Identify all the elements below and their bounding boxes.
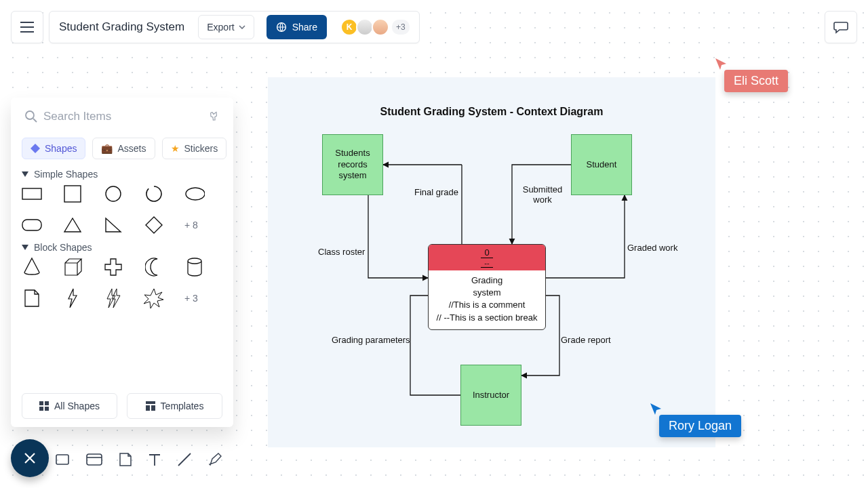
section-block-shapes[interactable]: Block Shapes: [22, 242, 222, 253]
svg-rect-7: [39, 401, 43, 405]
collaborator-avatars[interactable]: K +3: [340, 18, 410, 36]
svg-rect-8: [45, 401, 49, 405]
node-instructor[interactable]: Instructor: [460, 365, 521, 426]
search-icon: [24, 110, 38, 123]
all-shapes-button[interactable]: All Shapes: [22, 393, 117, 419]
node-records[interactable]: Students records system: [322, 134, 383, 195]
share-button[interactable]: Share: [267, 15, 327, 39]
shape-bolt[interactable]: [62, 291, 83, 306]
shape-explosion[interactable]: [144, 291, 164, 306]
hamburger-icon: [20, 22, 34, 33]
process-section: // --This is a section break: [434, 312, 540, 324]
pin-icon[interactable]: [207, 109, 222, 125]
title-bar: Student Grading System Export Share K +3: [49, 11, 420, 43]
panel-tabs: Shapes 💼 Assets ★ Stickers: [22, 138, 222, 159]
svg-point-5: [186, 188, 205, 200]
tab-assets[interactable]: 💼 Assets: [92, 138, 155, 159]
shape-diamond[interactable]: [144, 218, 164, 232]
share-label: Share: [292, 22, 317, 33]
svg-point-1: [26, 111, 34, 119]
grid-icon: [39, 401, 49, 411]
process-comment: //This is a comment: [434, 299, 540, 311]
tab-label: Stickers: [184, 143, 218, 154]
shape-rounded-rect[interactable]: [22, 218, 42, 232]
cursor-eli: Eli Scott: [716, 58, 788, 92]
main-menu-button[interactable]: [11, 11, 43, 43]
chevron-down-icon: [22, 171, 28, 177]
templates-label: Templates: [161, 401, 204, 411]
label-submitted-work: Submitted work: [519, 184, 566, 205]
svg-rect-9: [39, 407, 43, 411]
svg-rect-12: [146, 405, 150, 411]
tab-label: Assets: [117, 143, 146, 154]
diagram-canvas[interactable]: Student Grading System - Context Diagram…: [268, 77, 715, 447]
close-panel-button[interactable]: [11, 439, 49, 477]
shape-moon[interactable]: [144, 260, 164, 274]
section-title: Simple Shapes: [34, 169, 98, 180]
shape-square[interactable]: [62, 186, 83, 201]
chevron-down-icon: [239, 25, 245, 29]
shape-cross[interactable]: [103, 260, 123, 274]
shape-right-triangle[interactable]: [103, 218, 123, 232]
svg-rect-6: [22, 220, 41, 230]
shape-double-bolt[interactable]: [103, 291, 123, 306]
process-name-1: Grading: [434, 274, 540, 287]
templates-button[interactable]: Templates: [127, 393, 222, 419]
shape-arc[interactable]: [144, 186, 164, 201]
document-title[interactable]: Student Grading System: [59, 20, 184, 34]
template-icon: [146, 401, 155, 411]
cursor-icon: [650, 403, 662, 415]
tab-shapes[interactable]: Shapes: [22, 138, 85, 159]
block-shapes-more[interactable]: + 3: [184, 293, 198, 304]
svg-rect-2: [22, 188, 41, 199]
node-student[interactable]: Student: [571, 134, 632, 195]
shape-ellipse[interactable]: [184, 186, 205, 201]
cursor-icon: [715, 58, 727, 70]
tool-rectangle[interactable]: [54, 451, 71, 470]
top-header: Student Grading System Export Share K +3: [11, 11, 420, 43]
tab-label: Shapes: [45, 143, 77, 154]
label-grading-parameters: Grading parameters: [332, 335, 410, 345]
shape-circle[interactable]: [103, 186, 123, 201]
bottom-toolbar: [54, 451, 224, 470]
svg-rect-13: [151, 405, 155, 411]
svg-point-4: [106, 186, 121, 201]
tool-note[interactable]: [118, 451, 133, 470]
simple-shapes-more[interactable]: + 8: [184, 220, 198, 230]
tool-text[interactable]: [148, 452, 161, 470]
search-row: [22, 106, 222, 131]
shape-note[interactable]: [22, 291, 42, 306]
briefcase-icon: 💼: [101, 143, 113, 154]
block-shapes-grid: + 3: [22, 260, 222, 306]
avatar[interactable]: [372, 18, 389, 36]
process-id: 0: [481, 247, 492, 258]
shape-rectangle[interactable]: [22, 186, 42, 201]
tool-card[interactable]: [85, 452, 103, 470]
tool-pen[interactable]: [208, 451, 224, 470]
comments-button[interactable]: [825, 11, 857, 43]
globe-icon: [276, 22, 287, 33]
chat-bubble-icon: [833, 20, 848, 34]
export-button[interactable]: Export: [198, 15, 254, 39]
svg-rect-14: [56, 455, 68, 464]
search-input[interactable]: [43, 110, 203, 123]
shape-cylinder[interactable]: [184, 260, 205, 274]
close-icon: [23, 451, 37, 465]
node-process[interactable]: 0 -- Grading system //This is a comment …: [428, 244, 546, 330]
process-name-2: system: [434, 287, 540, 299]
cursor-label: Eli Scott: [724, 70, 788, 92]
avatar-more-count[interactable]: +3: [392, 20, 410, 35]
cursor-rory: Rory Logan: [651, 403, 741, 437]
section-title: Block Shapes: [34, 242, 92, 253]
tab-stickers[interactable]: ★ Stickers: [162, 138, 227, 159]
shape-cone[interactable]: [22, 260, 42, 274]
cursor-label: Rory Logan: [659, 415, 741, 437]
shape-cube[interactable]: [62, 260, 83, 274]
tool-line[interactable]: [176, 451, 193, 470]
process-body: Grading system //This is a comment // --…: [429, 270, 545, 329]
section-simple-shapes[interactable]: Simple Shapes: [22, 169, 222, 180]
svg-rect-10: [45, 407, 49, 411]
chevron-down-icon: [22, 245, 28, 250]
shape-triangle[interactable]: [62, 218, 83, 232]
shapes-panel: Shapes 💼 Assets ★ Stickers Simple Shapes…: [11, 98, 233, 427]
